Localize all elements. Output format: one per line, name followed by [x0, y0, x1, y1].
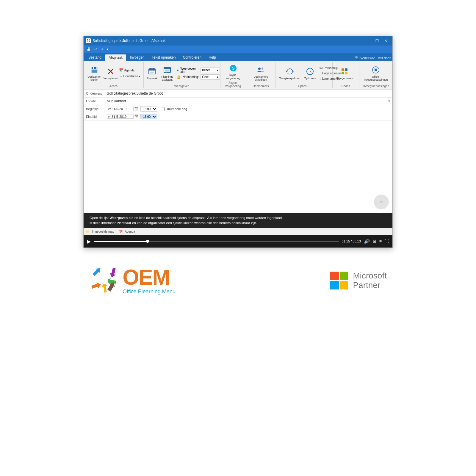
status-bar: 📁 In gedeelde map 📅 Agenda	[84, 228, 392, 235]
subtitle-line1: Open de lijst Weergeven als en kies de b…	[90, 215, 386, 220]
locatie-dropdown-icon[interactable]: ▾	[388, 99, 390, 103]
begintijd-time-select[interactable]: 15:00	[140, 106, 157, 112]
tab-invoegen[interactable]: Invoegen	[126, 54, 148, 61]
ms-partner-text: Microsoft Partner	[353, 271, 387, 290]
tab-controleren[interactable]: Controleren	[179, 54, 205, 61]
agenda-status-label: Agenda	[125, 230, 135, 233]
begintijd-calendar-icon[interactable]: 📅	[134, 107, 139, 111]
qat-save-icon[interactable]: 💾	[85, 47, 92, 51]
svg-rect-34	[342, 72, 344, 74]
qat-redo-icon[interactable]: ↪	[99, 47, 104, 51]
verwijderen-button[interactable]: Verwijderen	[104, 66, 117, 81]
weergeven-als-label: Weergeven als:	[181, 67, 199, 73]
progress-bar[interactable]	[94, 241, 339, 242]
herinnering-dropdown[interactable]: Geen ▾	[201, 74, 220, 80]
tab-tekst-opmaken[interactable]: Tekst opmaken	[148, 54, 179, 61]
tab-afspraak[interactable]: Afspraak	[105, 54, 126, 61]
herinnering-label: Herinnering:	[183, 75, 199, 79]
fullscreen-button[interactable]: ⛶	[385, 239, 389, 244]
oem-text-block: OEM Office Elearning Menu	[123, 267, 176, 295]
title-bar-left: Sollicitatiegesprek Juliette de Groot - …	[86, 38, 165, 43]
body-content[interactable]: cnr	[84, 121, 392, 213]
svg-rect-35	[345, 72, 347, 74]
delete-icon	[106, 67, 115, 76]
weergeven-als-dropdown[interactable]: Bezet ▾	[201, 68, 220, 73]
begintijd-label: Begintijd	[86, 107, 107, 111]
tab-help[interactable]: Help	[205, 54, 220, 61]
acties-label: Acties	[85, 84, 142, 88]
herinnering-value: Geen	[202, 75, 209, 79]
deelnemers-uitnodigen-label: Deelnemers uitnodigen	[250, 75, 272, 82]
terugkeerpatroon-button[interactable]: Terugkeerpatroon	[277, 66, 302, 80]
svg-rect-6	[92, 70, 97, 73]
skype-label: Skype- vergadering	[224, 73, 242, 80]
office-invoegtoepassingen-button[interactable]: Office- invoegtoepassingen	[361, 65, 391, 82]
svg-rect-17	[164, 67, 170, 69]
qat-dropdown-icon[interactable]: ▾	[106, 47, 110, 51]
agenda-icon-small: 📅	[119, 230, 123, 233]
categoriseren-button[interactable]: Categoriseren	[334, 66, 355, 80]
afspraak-view-button[interactable]: Afspraak	[145, 66, 159, 80]
ribbon-group-weergeven: Afspraak	[144, 62, 220, 88]
office-invoeg-label: Office- invoegtoepassingen	[363, 75, 389, 82]
svg-rect-5	[92, 67, 96, 69]
opties-expand-icon[interactable]: ⌄	[307, 85, 310, 88]
svg-rect-11	[149, 69, 155, 71]
doorsturen-button[interactable]: → Doorsturen ▾	[118, 73, 142, 79]
ms-squares	[330, 272, 348, 289]
locatie-input[interactable]	[107, 99, 388, 103]
play-button[interactable]: ▶	[87, 239, 91, 244]
eindtijd-time-select[interactable]: 16:00	[140, 114, 157, 119]
weergeven-als-value: Bezet	[202, 68, 210, 72]
save-close-icon	[90, 65, 99, 75]
locatie-row: Locatie ▾	[84, 98, 392, 105]
planningsassistent-label: Plannings assistent	[161, 75, 174, 82]
agenda-button[interactable]: 📅 Agenda	[118, 68, 142, 73]
opties-label: Opties ⌄	[277, 84, 330, 88]
qat-undo-icon[interactable]: ↩	[93, 47, 98, 51]
skype-vergadering-button[interactable]: S Skype- vergadering	[222, 63, 244, 81]
progress-handle[interactable]	[146, 240, 149, 243]
opslaan-en-sluiten-button[interactable]: Opslaan en sluiten	[85, 65, 104, 82]
eindtijd-calendar-icon[interactable]: 📅	[134, 115, 139, 119]
dropdown-arrow-icon: ▾	[217, 69, 218, 72]
restore-button[interactable]: ❐	[373, 38, 381, 44]
chapters-button[interactable]: ≡	[379, 239, 382, 244]
deelnemers-uitnodigen-button[interactable]: + Deelnemers uitnodigen	[248, 65, 274, 82]
tijdzones-button[interactable]: Tijdzones	[303, 66, 317, 80]
skype-icon: S	[228, 63, 238, 73]
svg-line-31	[310, 71, 311, 72]
svg-rect-0	[87, 39, 88, 40]
planningsassistent-button[interactable]: Plannings assistent	[159, 65, 176, 82]
subtitle-text1: Open de lijst	[90, 216, 109, 220]
form-area: Onderwerp Locatie ▾ Begintijd 📅 15:00	[84, 90, 392, 121]
svg-marker-39	[92, 266, 103, 277]
captions-button[interactable]: ⊟	[373, 239, 376, 244]
herinnering-row: 🔔 Herinnering: Geen ▾	[177, 74, 220, 80]
oem-logo: OEM Office Elearning Menu	[89, 266, 176, 295]
eindtijd-date-input[interactable]	[107, 115, 134, 119]
skype-buttons: S Skype- vergadering	[222, 63, 244, 81]
high-priority-icon: ↑	[319, 71, 321, 75]
begintijd-date-input[interactable]	[107, 107, 134, 111]
repeat-icon	[285, 67, 295, 76]
subtitle-line2: is deze informatie zichtbaar en kan de o…	[90, 220, 386, 226]
subtitle-bold: Weergeven als	[109, 216, 133, 220]
tijdzones-label: Tijdzones	[304, 77, 316, 80]
minimize-button[interactable]: ─	[364, 38, 372, 44]
duurt-hele-dag-checkbox[interactable]	[161, 107, 165, 111]
svg-text:+: +	[262, 67, 263, 69]
qat-bar: 💾 ↩ ↪ ▾	[84, 46, 392, 53]
locatie-label: Locatie	[86, 99, 107, 103]
ms-partner-word: Partner	[353, 281, 387, 290]
volume-button[interactable]: 🔊	[364, 239, 370, 244]
close-button[interactable]: ✕	[382, 38, 390, 44]
invoeg-buttons: Office- invoegtoepassingen	[361, 63, 391, 84]
tab-bestand[interactable]: Bestand	[85, 54, 105, 61]
svg-rect-1	[89, 39, 90, 40]
ribbon-search[interactable]: 🔍 Vertel wat u wilt doen	[355, 56, 391, 61]
onderwerp-input[interactable]	[107, 91, 390, 95]
logo-section: OEM Office Elearning Menu Microsoft Part…	[83, 266, 393, 295]
shared-folder-icon: 📁	[86, 230, 90, 233]
title-bar-controls: ─ ❐ ✕	[364, 38, 390, 44]
